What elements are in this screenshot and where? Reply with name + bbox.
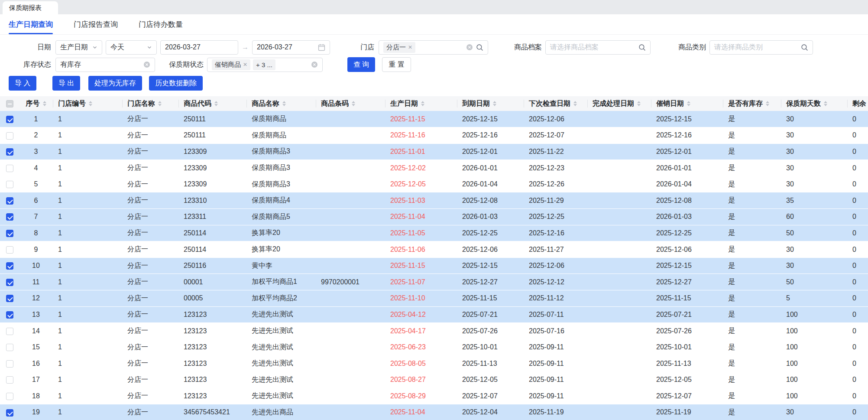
table-row[interactable]: 11分店一250111保质期商品2025-11-152025-12-152025… xyxy=(0,111,868,127)
column-header[interactable]: 到期日期 xyxy=(457,96,524,111)
page-tab[interactable]: 门店待办数量 xyxy=(139,14,183,34)
column-header[interactable]: 门店编号 xyxy=(53,96,122,111)
table-row[interactable]: 71分店一123311保质期商品52025-11-042026-01-03202… xyxy=(0,209,868,225)
product-select[interactable]: 请选择商品档案 xyxy=(545,40,651,55)
column-header[interactable]: 完成处理日期 xyxy=(587,96,651,111)
import-button[interactable]: 导 入 xyxy=(9,76,36,91)
sort-icon[interactable] xyxy=(43,101,46,106)
row-checkbox[interactable] xyxy=(6,181,13,188)
calendar-icon[interactable] xyxy=(318,44,325,51)
browser-tab[interactable]: 保质期报表 xyxy=(3,1,58,14)
table-row[interactable]: 151分店一123123先进先出测试2025-06-232025-10-0120… xyxy=(0,339,868,355)
table-row[interactable]: 31分店一123309保质期商品32025-11-012025-12-01202… xyxy=(0,143,868,160)
column-header[interactable]: 商品代码 xyxy=(178,96,246,111)
page-tab[interactable]: 门店报告查询 xyxy=(74,14,118,34)
row-checkbox[interactable] xyxy=(6,328,13,335)
search-icon[interactable] xyxy=(801,44,808,51)
row-checkbox[interactable] xyxy=(6,230,13,237)
clear-circle-icon[interactable] xyxy=(466,44,473,51)
mark-no-stock-button[interactable]: 处理为无库存 xyxy=(88,76,142,91)
sort-icon[interactable] xyxy=(766,101,769,106)
row-checkbox[interactable] xyxy=(6,148,13,156)
column-header[interactable]: 生产日期 xyxy=(385,96,457,111)
row-checkbox[interactable] xyxy=(6,311,13,319)
row-checkbox[interactable] xyxy=(6,279,13,286)
select-all-checkbox[interactable] xyxy=(6,100,13,107)
column-header[interactable]: 门店名称 xyxy=(122,96,178,111)
date-type-select[interactable]: 生产日期 xyxy=(55,40,102,55)
shelf-more-tag[interactable]: + 3 ... xyxy=(253,59,275,70)
row-checkbox[interactable] xyxy=(6,393,13,400)
product-placeholder: 请选择商品档案 xyxy=(550,43,638,52)
page-tab[interactable]: 生产日期查询 xyxy=(9,14,53,34)
category-select[interactable]: 请选择商品类别 xyxy=(709,40,813,55)
sort-icon[interactable] xyxy=(421,101,424,106)
table-row[interactable]: 121分店一00005加权平均商品22025-11-102025-11-1520… xyxy=(0,290,868,307)
table-row[interactable]: 81分店一250114换算率202025-11-052025-12-252025… xyxy=(0,225,868,241)
column-header[interactable]: 商品名称 xyxy=(246,96,316,111)
delete-history-button[interactable]: 历史数据删除 xyxy=(149,76,203,91)
tag-close-icon[interactable]: ✕ xyxy=(408,44,412,50)
table-row[interactable]: 131分店一123123先进先出测试2025-04-122025-07-2120… xyxy=(0,306,868,323)
table-cell: 1 xyxy=(53,306,122,323)
clear-circle-icon[interactable] xyxy=(311,61,318,68)
sort-icon[interactable] xyxy=(89,101,92,106)
column-header[interactable]: 是否有库存 xyxy=(723,96,781,111)
table-row[interactable]: 61分店一123310保质期商品42025-11-032025-12-08202… xyxy=(0,192,868,209)
row-checkbox[interactable] xyxy=(6,376,13,384)
table-row[interactable]: 111分店一00001加权平均商品199702000012025-11-0720… xyxy=(0,274,868,290)
column-header[interactable]: 剩余 xyxy=(847,96,868,111)
row-checkbox[interactable] xyxy=(6,116,13,123)
tag-close-icon[interactable]: ✕ xyxy=(243,62,247,68)
table-row[interactable]: 51分店一123309保质期商品32025-12-052026-01-04202… xyxy=(0,176,868,192)
column-header[interactable]: 催销日期 xyxy=(651,96,723,111)
table-cell: 2025-08-05 xyxy=(385,355,457,372)
stock-status-input[interactable]: 有库存 xyxy=(55,58,155,72)
table-row[interactable]: 191分店一345675453421先进先出商品2025-11-042025-1… xyxy=(0,404,868,420)
clear-circle-icon[interactable] xyxy=(143,61,150,68)
column-header[interactable]: 下次检查日期 xyxy=(524,96,587,111)
row-checkbox[interactable] xyxy=(6,360,13,368)
table-row[interactable]: 171分店一123123先进先出测试2025-08-272025-12-0520… xyxy=(0,372,868,388)
table-row[interactable]: 141分店一123123先进先出测试2025-04-172025-07-2620… xyxy=(0,323,868,339)
row-checkbox[interactable] xyxy=(6,262,13,270)
sort-icon[interactable] xyxy=(282,101,286,106)
row-select-cell xyxy=(0,143,19,160)
row-checkbox[interactable] xyxy=(6,197,13,205)
search-icon[interactable] xyxy=(476,44,483,51)
column-header[interactable]: 序号 xyxy=(19,96,53,111)
sort-icon[interactable] xyxy=(824,101,827,106)
date-from-input[interactable]: 2026-03-27 xyxy=(160,40,238,55)
search-icon[interactable] xyxy=(638,44,646,51)
sort-icon[interactable] xyxy=(573,101,577,106)
table-cell xyxy=(316,209,385,225)
column-header[interactable]: 保质期天数 xyxy=(781,96,847,111)
sort-icon[interactable] xyxy=(687,101,690,106)
table-row[interactable]: 181分店一123123先进先出测试2025-08-292025-12-0720… xyxy=(0,388,868,404)
sort-icon[interactable] xyxy=(352,101,355,106)
row-checkbox[interactable] xyxy=(6,344,13,351)
export-button[interactable]: 导 出 xyxy=(52,76,80,91)
shelf-status-select[interactable]: 催销商品 ✕ + 3 ... xyxy=(207,58,323,72)
table-row[interactable]: 161分店一123123先进先出测试2025-08-052025-11-1320… xyxy=(0,355,868,372)
table-row[interactable]: 21分店一250111保质期商品2025-11-162025-12-162025… xyxy=(0,127,868,144)
date-preset-select[interactable]: 今天 xyxy=(106,40,157,55)
table-row[interactable]: 41分店一123309保质期商品32025-12-022026-01-01202… xyxy=(0,160,868,176)
row-checkbox[interactable] xyxy=(6,165,13,172)
row-checkbox[interactable] xyxy=(6,213,13,221)
store-select[interactable]: 分店一 ✕ xyxy=(379,40,488,55)
reset-button[interactable]: 重 置 xyxy=(382,57,411,72)
row-checkbox[interactable] xyxy=(6,409,13,417)
sort-icon[interactable] xyxy=(637,101,641,106)
sort-icon[interactable] xyxy=(214,101,218,106)
search-button[interactable]: 查 询 xyxy=(347,57,375,72)
sort-icon[interactable] xyxy=(493,101,496,106)
table-row[interactable]: 91分店一250114换算率202025-11-062025-12-062025… xyxy=(0,241,868,258)
row-checkbox[interactable] xyxy=(6,246,13,254)
column-header[interactable]: 商品条码 xyxy=(316,96,385,111)
row-checkbox[interactable] xyxy=(6,132,13,140)
date-to-input[interactable]: 2026-03-27 xyxy=(252,40,330,55)
sort-icon[interactable] xyxy=(158,101,162,106)
row-checkbox[interactable] xyxy=(6,295,13,302)
table-row[interactable]: 101分店一250116黄中李2025-11-152025-12-152025-… xyxy=(0,257,868,274)
